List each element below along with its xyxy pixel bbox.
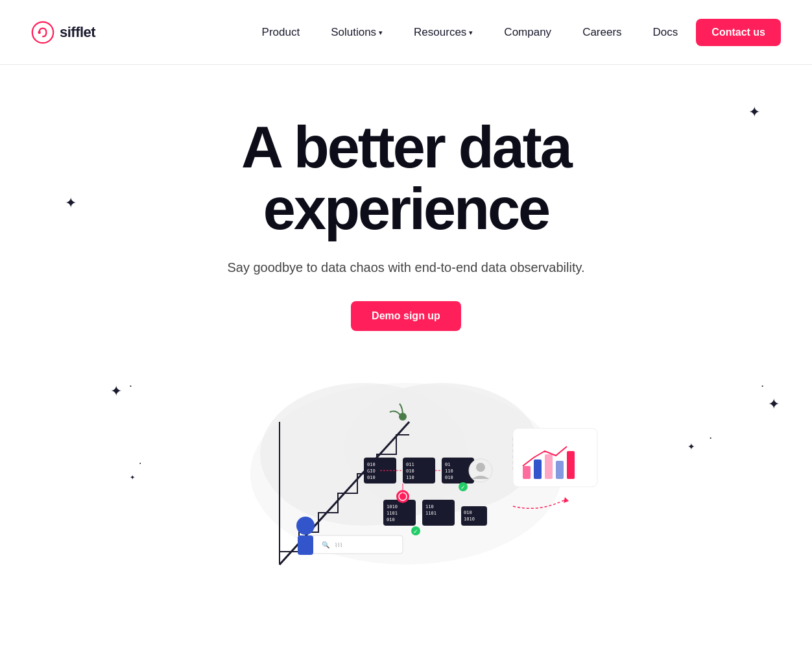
navbar: sifflet Product Solutions ▾ Resources ▾ … (0, 0, 812, 65)
svg-point-49 (476, 463, 485, 472)
nav-item-contact: Contact us (696, 19, 781, 46)
nav-link-docs[interactable]: Docs (640, 21, 691, 44)
svg-text:010: 010 (387, 517, 395, 522)
svg-text:GIO: GIO (367, 469, 376, 474)
logo-link[interactable]: sifflet (31, 21, 95, 44)
svg-rect-40 (534, 459, 542, 479)
svg-text:⌇⌇⌇: ⌇⌇⌇ (335, 542, 342, 548)
svg-rect-41 (545, 454, 553, 479)
svg-text:011: 011 (406, 462, 414, 467)
nav-item-product: Product (249, 21, 313, 44)
svg-point-35 (296, 517, 315, 535)
hero-subheading: Say goodbye to data chaos with end-to-en… (31, 260, 781, 275)
sparkle-decoration: ✦ (65, 195, 77, 212)
nav-item-docs: Docs (640, 21, 691, 44)
nav-link-product[interactable]: Product (249, 21, 313, 44)
hero-illustration: 010 GIO 010 011 010 110 01 110 010 1010 … (31, 370, 781, 604)
svg-text:1101: 1101 (387, 511, 398, 516)
nav-item-careers: Careers (569, 21, 634, 44)
svg-text:010: 010 (464, 510, 472, 515)
svg-marker-54 (564, 497, 569, 503)
chevron-down-icon: ▾ (469, 29, 473, 37)
nav-link-company[interactable]: Company (491, 21, 564, 44)
hero-heading: A better data experience (179, 117, 633, 239)
nav-links: Product Solutions ▾ Resources ▾ Company … (249, 19, 781, 46)
nav-link-solutions[interactable]: Solutions ▾ (318, 21, 396, 44)
nav-link-resources[interactable]: Resources ▾ (401, 21, 486, 44)
svg-text:1101: 1101 (425, 511, 436, 516)
logo-icon (31, 21, 54, 44)
svg-point-4 (344, 383, 539, 513)
svg-rect-39 (523, 466, 531, 479)
svg-text:1010: 1010 (387, 504, 398, 509)
svg-text:110: 110 (406, 475, 414, 480)
svg-text:110: 110 (425, 504, 434, 509)
svg-text:010: 010 (406, 469, 414, 474)
hero-illustration-svg: 010 GIO 010 011 010 110 01 110 010 1010 … (163, 370, 649, 604)
svg-text:110: 110 (445, 469, 453, 474)
nav-item-resources: Resources ▾ (401, 21, 486, 44)
svg-text:🔍: 🔍 (322, 541, 330, 549)
svg-text:010: 010 (445, 475, 453, 480)
nav-link-careers[interactable]: Careers (569, 21, 634, 44)
svg-text:01: 01 (445, 462, 450, 467)
svg-text:010: 010 (367, 475, 376, 480)
svg-rect-43 (567, 451, 575, 479)
svg-point-0 (32, 21, 53, 42)
sparkle-decoration: ✦ (748, 104, 760, 121)
contact-us-button[interactable]: Contact us (696, 19, 781, 46)
nav-item-company: Company (491, 21, 564, 44)
svg-rect-42 (556, 461, 564, 479)
chevron-down-icon: ▾ (379, 29, 383, 37)
svg-text:✓: ✓ (460, 484, 466, 491)
svg-rect-36 (298, 535, 313, 555)
nav-item-solutions: Solutions ▾ (318, 21, 396, 44)
logo-text: sifflet (60, 24, 95, 41)
svg-rect-27 (461, 506, 487, 526)
svg-text:1010: 1010 (464, 517, 475, 522)
demo-signup-button[interactable]: Demo sign up (351, 301, 461, 331)
svg-text:010: 010 (367, 462, 376, 467)
svg-point-1 (38, 31, 41, 34)
svg-text:✓: ✓ (413, 528, 418, 535)
hero-section: ✦ ✦ ✦ ✦ • • ✦ • ✦ • A better data experi… (0, 65, 812, 649)
